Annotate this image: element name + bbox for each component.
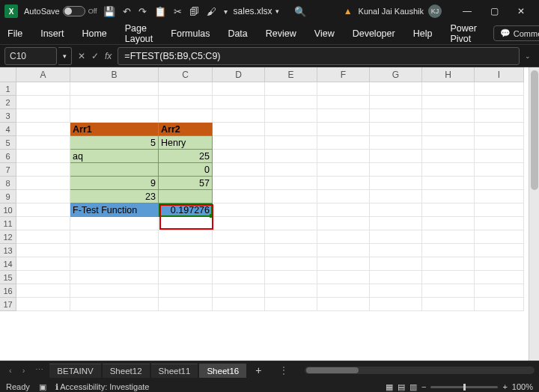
sheet-tab[interactable]: BETAINV (49, 364, 100, 378)
cells-area[interactable]: Arr1Arr25Henryaq25095723F-Test Function0… (16, 82, 524, 311)
cell[interactable] (317, 203, 370, 217)
cell[interactable] (16, 257, 70, 271)
cell[interactable] (475, 190, 524, 203)
cell[interactable] (317, 230, 370, 244)
cell[interactable] (213, 109, 265, 123)
cell[interactable] (422, 177, 475, 190)
cell[interactable] (475, 96, 524, 109)
cell[interactable] (16, 230, 70, 244)
cell[interactable] (213, 244, 265, 257)
cell[interactable] (370, 109, 422, 123)
cell[interactable] (475, 109, 524, 123)
tab-file[interactable]: File (6, 25, 24, 42)
cell[interactable] (317, 284, 370, 298)
zoom-slider[interactable] (430, 386, 498, 388)
cell[interactable] (16, 136, 70, 150)
cell[interactable] (213, 82, 265, 96)
cell[interactable]: Henry (159, 136, 213, 150)
enter-formula-icon[interactable]: ✓ (91, 51, 99, 61)
cell[interactable] (317, 136, 370, 150)
zoom-in-button[interactable]: + (502, 382, 507, 391)
cell[interactable]: 5 (70, 136, 159, 150)
row-header[interactable]: 2 (0, 96, 16, 109)
tab-page-layout[interactable]: Page Layout (124, 20, 155, 47)
cell[interactable] (475, 150, 524, 163)
cell[interactable] (16, 109, 70, 123)
cell[interactable] (422, 257, 475, 271)
cell[interactable] (16, 190, 70, 203)
cut-icon[interactable]: ✂ (174, 6, 182, 17)
cell[interactable] (317, 190, 370, 203)
cell[interactable]: 57 (159, 177, 213, 190)
cancel-formula-icon[interactable]: ✕ (78, 51, 85, 61)
cell[interactable] (475, 271, 524, 284)
row-header[interactable]: 3 (0, 109, 16, 123)
zoom-out-button[interactable]: − (421, 382, 426, 391)
cell[interactable] (213, 163, 265, 177)
sheet-tab[interactable]: Sheet12 (103, 364, 150, 378)
cell[interactable]: Arr2 (159, 123, 213, 136)
expand-formula-bar-icon[interactable]: ⌄ (521, 52, 535, 60)
cell[interactable] (70, 230, 159, 244)
cell[interactable] (475, 257, 524, 271)
maximize-button[interactable]: ▢ (481, 1, 508, 22)
minimize-button[interactable]: — (454, 1, 481, 22)
row-header[interactable]: 13 (0, 244, 16, 257)
chevron-down-icon[interactable]: ▾ (275, 7, 279, 15)
tab-data[interactable]: Data (226, 25, 249, 42)
cell[interactable] (265, 96, 317, 109)
cell[interactable] (475, 123, 524, 136)
macro-record-icon[interactable]: ▣ (39, 382, 46, 392)
copy-icon[interactable]: 🗐 (189, 6, 199, 17)
cell[interactable] (70, 298, 159, 311)
sheet-nav-next-icon[interactable]: › (18, 366, 30, 375)
name-box[interactable]: C10 (4, 47, 57, 65)
cell[interactable] (370, 271, 422, 284)
overflow-icon[interactable]: ▾ (224, 7, 228, 16)
row-header[interactable]: 5 (0, 136, 16, 150)
cell[interactable] (370, 136, 422, 150)
search-icon[interactable]: 🔍 (294, 6, 306, 17)
formula-input[interactable]: =FTEST(B5:B9,C5:C9) (118, 47, 520, 65)
cell[interactable] (70, 217, 159, 230)
cell[interactable] (370, 82, 422, 96)
cell[interactable] (422, 123, 475, 136)
cell[interactable] (213, 123, 265, 136)
row-header[interactable]: 8 (0, 177, 16, 190)
cell[interactable] (370, 203, 422, 217)
cell[interactable] (265, 203, 317, 217)
cell[interactable] (370, 257, 422, 271)
cell[interactable] (16, 284, 70, 298)
col-header-f[interactable]: F (317, 67, 370, 82)
cell[interactable] (213, 298, 265, 311)
cell[interactable] (422, 109, 475, 123)
cell[interactable] (265, 284, 317, 298)
view-normal-icon[interactable]: ▦ (386, 382, 393, 392)
col-header-b[interactable]: B (70, 67, 159, 82)
tab-developer[interactable]: Developer (351, 25, 397, 42)
paste-icon[interactable]: 📋 (154, 6, 166, 17)
filename-display[interactable]: sales.xlsx ▾ (234, 6, 279, 16)
row-header[interactable]: 1 (0, 82, 16, 96)
cell[interactable] (475, 230, 524, 244)
tab-insert[interactable]: Insert (39, 25, 65, 42)
cell[interactable] (422, 203, 475, 217)
cell[interactable] (70, 257, 159, 271)
toggle-off-icon[interactable] (63, 6, 85, 16)
select-all-corner[interactable] (0, 67, 16, 82)
sheet-nav-prev-icon[interactable]: ‹ (4, 366, 16, 375)
row-header[interactable]: 7 (0, 163, 16, 177)
redo-icon[interactable]: ↷ (138, 6, 147, 17)
cell[interactable] (265, 257, 317, 271)
cell[interactable]: 0 (159, 163, 213, 177)
row-header[interactable]: 10 (0, 203, 16, 217)
cell[interactable] (317, 109, 370, 123)
tab-power-pivot[interactable]: Power Pivot (448, 20, 478, 47)
row-header[interactable]: 12 (0, 230, 16, 244)
cell[interactable] (213, 177, 265, 190)
col-header-g[interactable]: G (370, 67, 422, 82)
cell[interactable] (370, 177, 422, 190)
cell[interactable]: 23 (70, 190, 159, 203)
cell[interactable] (422, 150, 475, 163)
col-header-a[interactable]: A (16, 67, 70, 82)
